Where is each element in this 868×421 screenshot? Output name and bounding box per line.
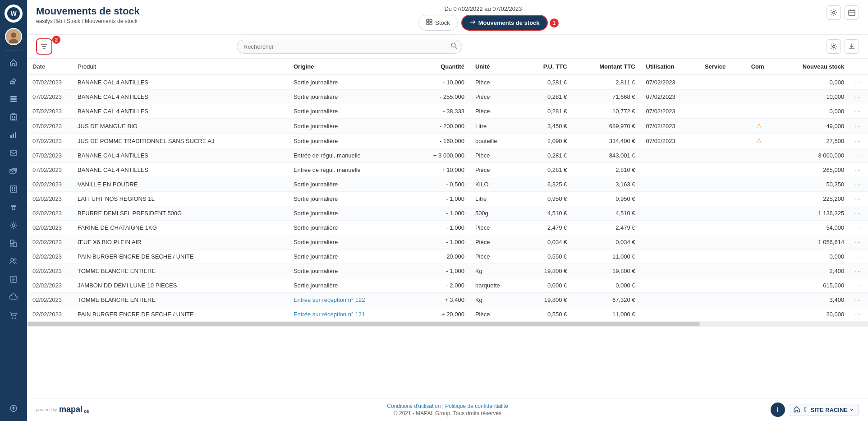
cell-service [699,177,746,192]
svg-rect-30 [427,19,429,22]
sidebar-item-bottom[interactable] [5,400,22,416]
cell-produit: BANANE CAL 4 ANTILLES [72,148,288,163]
cell-com [746,177,773,192]
sidebar-item-home[interactable] [5,55,22,71]
col-header-stock[interactable]: Nouveau stock [773,59,850,75]
cell-date: 07/02/2023 [27,148,72,163]
col-header-quantite[interactable]: Quantité [409,59,470,75]
cell-montant: 2,479 € [572,221,640,235]
reception-link[interactable]: Entrée sur réception n° 122 [294,296,365,303]
info-button[interactable]: i [771,402,785,417]
breadcrumb-3[interactable]: Mouvements de stock [85,18,138,24]
sidebar-item-edit[interactable] [5,73,22,89]
cell-pu: 0,550 € [522,250,572,264]
row-menu-btn[interactable]: ··· [855,93,863,100]
mouvements-button[interactable]: Mouvements de stock [461,15,548,31]
row-menu-btn[interactable]: ··· [855,181,863,188]
app-logo[interactable]: W [5,5,23,23]
row-menu-btn[interactable]: ··· [855,253,863,260]
row-menu-btn[interactable]: ··· [855,123,863,130]
col-header-utilisation[interactable]: Utilisation [641,59,699,75]
filter-button[interactable] [36,38,52,55]
row-menu-btn[interactable]: ··· [855,152,863,159]
sidebar-item-list[interactable] [5,91,22,107]
horizontal-scrollbar[interactable] [27,322,868,327]
row-menu-btn[interactable]: ··· [855,210,863,217]
table-row: 02/02/2023 JAMBON DD DEMI LUNE 10 PIECES… [27,278,868,293]
col-header-date[interactable]: Date [27,59,72,75]
settings-icon-btn[interactable] [827,5,841,20]
row-menu-btn[interactable]: ··· [855,108,863,115]
avatar[interactable] [5,28,22,45]
col-header-service[interactable]: Service [699,59,746,75]
svg-rect-10 [10,135,12,138]
site-racine-btn[interactable]: SITE RACINE [789,404,859,416]
cell-unite: Kg [470,264,522,278]
svg-point-1 [9,39,18,43]
breadcrumb-1[interactable]: easilys f&b [36,18,62,24]
sidebar-item-hat[interactable] [5,199,22,215]
col-header-montant[interactable]: Montant TTC [572,59,640,75]
scrollbar-thumb[interactable] [27,322,700,326]
row-menu-btn[interactable]: ··· [855,79,863,86]
sidebar-item-report[interactable] [5,271,22,287]
col-header-produit[interactable]: Produit [72,59,288,75]
download-icon-btn[interactable] [845,39,859,54]
cell-origine: Sortie journalière [288,250,409,264]
cell-produit: FARINE DE CHATAIGNE 1KG [72,221,288,235]
svg-rect-17 [14,187,15,189]
col-header-com[interactable]: Com [746,59,773,75]
cell-date: 07/02/2023 [27,104,72,119]
cell-quantite: + 10,000 [409,163,470,177]
row-menu-btn[interactable]: ··· [855,268,863,274]
cell-date: 02/02/2023 [27,221,72,235]
cell-montant: 0,034 € [572,235,640,250]
breadcrumb-2[interactable]: Stock [67,18,80,24]
col-header-unite[interactable]: Unité [470,59,522,75]
cell-unite: Pièce [470,307,522,322]
row-menu-btn[interactable]: ··· [855,239,863,245]
cell-stock: 1 136,325 [773,206,850,221]
sidebar-item-mail[interactable] [5,145,22,161]
sidebar-item-settings[interactable] [5,217,22,233]
sidebar-item-box[interactable] [5,181,22,197]
row-menu-btn[interactable]: ··· [855,195,863,202]
cell-pu: 2,090 € [522,134,572,148]
cell-stock: 3,400 [773,293,850,307]
sidebar-item-tag[interactable] [5,235,22,251]
export-icon-btn[interactable] [845,5,859,20]
row-menu-btn[interactable]: ··· [855,282,863,289]
search-input[interactable] [237,40,462,54]
row-menu-btn[interactable]: ··· [855,296,863,303]
sidebar-item-building[interactable] [5,109,22,125]
confidentialite-link[interactable]: Politique de confidentialité [445,403,508,409]
row-menu-btn[interactable]: ··· [855,167,863,173]
svg-rect-16 [12,187,13,189]
cell-com: ⚠ [746,119,773,134]
col-header-origine[interactable]: Origine [288,59,409,75]
cell-date: 02/02/2023 [27,192,72,206]
sidebar-item-mail2[interactable] [5,163,22,179]
cell-date: 02/02/2023 [27,206,72,221]
stock-button-label: Stock [435,19,450,26]
stock-button[interactable]: Stock [418,15,458,31]
row-menu-btn[interactable]: ··· [855,138,863,144]
cell-actions: ··· [850,177,868,192]
sidebar-item-people[interactable] [5,253,22,269]
cell-quantite: - 2,000 [409,278,470,293]
cell-utilisation [641,206,699,221]
column-settings-icon-btn[interactable] [827,39,841,54]
row-menu-btn[interactable]: ··· [855,311,863,318]
sidebar-item-cart[interactable] [5,307,22,324]
search-icon[interactable] [450,42,458,51]
cell-date: 02/02/2023 [27,177,72,192]
cell-date: 02/02/2023 [27,235,72,250]
sidebar-item-chart[interactable] [5,127,22,143]
cell-service [699,104,746,119]
sidebar-item-cloud[interactable] [5,289,22,305]
col-header-pu[interactable]: P.U. TTC [522,59,572,75]
cell-unite: Litre [470,119,522,134]
reception-link[interactable]: Entrée sur réception n° 121 [294,311,365,318]
conditions-link[interactable]: Conditions d'utilisation [387,403,441,409]
row-menu-btn[interactable]: ··· [855,224,863,231]
